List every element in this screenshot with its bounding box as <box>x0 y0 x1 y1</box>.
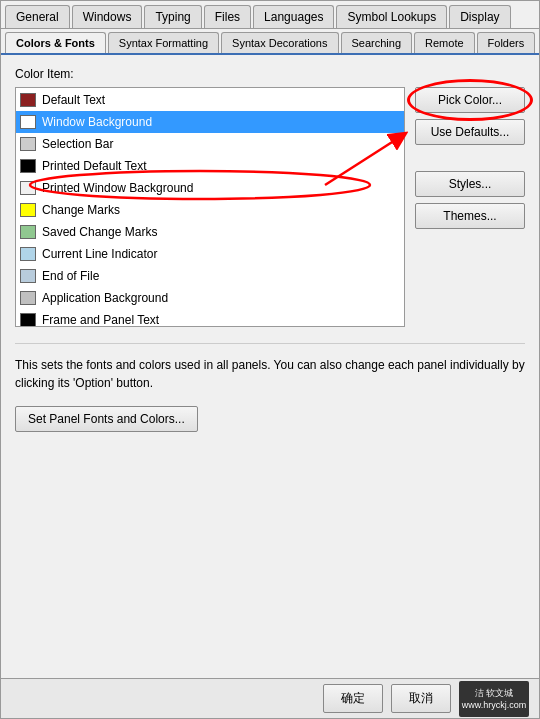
color-swatch <box>20 137 36 151</box>
tab-remote[interactable]: Remote <box>414 32 475 53</box>
color-swatch <box>20 159 36 173</box>
set-panel-fonts-button[interactable]: Set Panel Fonts and Colors... <box>15 406 198 432</box>
watermark: 洁 软文城www.hryckj.com <box>459 681 529 717</box>
tab-folders[interactable]: Folders <box>477 32 536 53</box>
description-text: This sets the fonts and colors used in a… <box>15 356 525 392</box>
color-item-name: Printed Default Text <box>42 159 147 173</box>
description-area: This sets the fonts and colors used in a… <box>15 343 525 432</box>
color-list[interactable]: Default TextWindow BackgroundSelection B… <box>16 88 404 326</box>
color-swatch <box>20 181 36 195</box>
tab-languages[interactable]: Languages <box>253 5 334 28</box>
color-swatch <box>20 115 36 129</box>
use-defaults-button[interactable]: Use Defaults... <box>415 119 525 145</box>
tab-windows[interactable]: Windows <box>72 5 143 28</box>
color-item-name: Selection Bar <box>42 137 113 151</box>
tab-searching[interactable]: Searching <box>341 32 413 53</box>
color-item-label: Color Item: <box>15 67 525 81</box>
buttons-panel: Pick Color... Use Defaults... Styles... … <box>415 87 525 327</box>
bottom-bar: 确定 取消 洁 软文城www.hryckj.com <box>1 678 539 718</box>
tab-syntax-decorations[interactable]: Syntax Decorations <box>221 32 338 53</box>
color-swatch <box>20 313 36 326</box>
color-item-name: End of File <box>42 269 99 283</box>
list-item[interactable]: Printed Default Text <box>16 155 404 177</box>
top-tab-bar: General Windows Typing Files Languages S… <box>1 1 539 29</box>
tab-typing[interactable]: Typing <box>144 5 201 28</box>
color-item-name: Current Line Indicator <box>42 247 157 261</box>
list-item[interactable]: Selection Bar <box>16 133 404 155</box>
list-item[interactable]: Current Line Indicator <box>16 243 404 265</box>
list-item[interactable]: Default Text <box>16 89 404 111</box>
tab-general[interactable]: General <box>5 5 70 28</box>
color-item-name: Saved Change Marks <box>42 225 157 239</box>
color-swatch <box>20 203 36 217</box>
ok-button[interactable]: 确定 <box>323 684 383 713</box>
color-swatch <box>20 225 36 239</box>
list-item[interactable]: Printed Window Background <box>16 177 404 199</box>
list-item[interactable]: Window Background <box>16 111 404 133</box>
color-swatch <box>20 247 36 261</box>
tab-symbol-lookups[interactable]: Symbol Lookups <box>336 5 447 28</box>
list-item[interactable]: Change Marks <box>16 199 404 221</box>
themes-button[interactable]: Themes... <box>415 203 525 229</box>
styles-button[interactable]: Styles... <box>415 171 525 197</box>
color-swatch <box>20 93 36 107</box>
main-content: Color Item: Default TextWindow Backgroun… <box>1 55 539 678</box>
color-area: Default TextWindow BackgroundSelection B… <box>15 87 525 327</box>
color-item-name: Frame and Panel Text <box>42 313 159 326</box>
tab-syntax-formatting[interactable]: Syntax Formatting <box>108 32 219 53</box>
color-swatch <box>20 269 36 283</box>
pick-color-button[interactable]: Pick Color... <box>415 87 525 113</box>
pick-color-circle: Pick Color... <box>415 87 525 113</box>
tab-files[interactable]: Files <box>204 5 251 28</box>
list-item[interactable]: Application Background <box>16 287 404 309</box>
color-item-name: Change Marks <box>42 203 120 217</box>
tab-display[interactable]: Display <box>449 5 510 28</box>
list-item[interactable]: Saved Change Marks <box>16 221 404 243</box>
color-swatch <box>20 291 36 305</box>
list-item[interactable]: Frame and Panel Text <box>16 309 404 326</box>
second-tab-bar: Colors & Fonts Syntax Formatting Syntax … <box>1 29 539 55</box>
color-item-name: Application Background <box>42 291 168 305</box>
cancel-button[interactable]: 取消 <box>391 684 451 713</box>
color-item-name: Default Text <box>42 93 105 107</box>
color-item-name: Printed Window Background <box>42 181 193 195</box>
tab-colors-fonts[interactable]: Colors & Fonts <box>5 32 106 53</box>
list-item[interactable]: End of File <box>16 265 404 287</box>
color-item-name: Window Background <box>42 115 152 129</box>
color-list-container: Default TextWindow BackgroundSelection B… <box>15 87 405 327</box>
preferences-window: General Windows Typing Files Languages S… <box>0 0 540 719</box>
